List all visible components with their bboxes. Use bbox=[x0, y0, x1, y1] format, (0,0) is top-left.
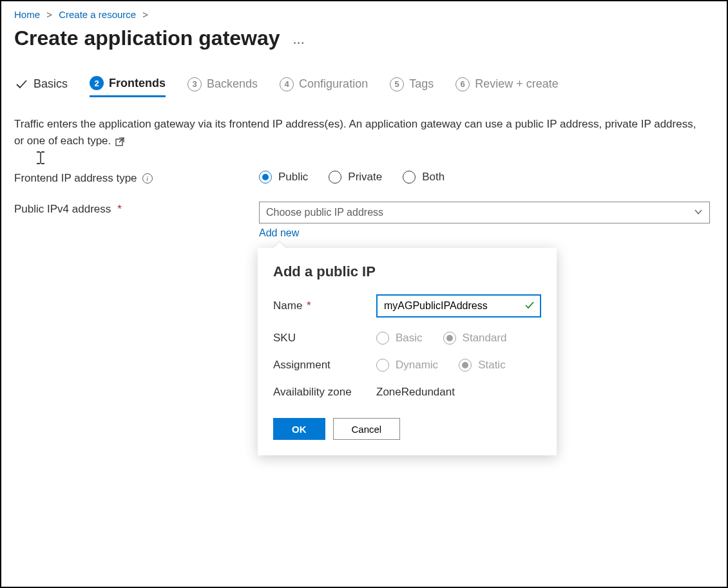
radio-sku-basic: Basic bbox=[376, 332, 423, 345]
breadcrumb-home[interactable]: Home bbox=[14, 9, 40, 20]
valid-check-icon bbox=[524, 300, 535, 312]
chevron-down-icon bbox=[694, 207, 703, 218]
more-actions-button[interactable]: ··· bbox=[292, 35, 304, 50]
external-link-icon[interactable] bbox=[115, 136, 124, 146]
assignment-label: Assignment bbox=[273, 359, 376, 372]
step-number: 3 bbox=[187, 77, 202, 91]
tab-label: Frontends bbox=[109, 77, 166, 90]
select-placeholder: Choose public IP address bbox=[266, 207, 383, 218]
radio-label: Public bbox=[278, 171, 308, 184]
sku-label: SKU bbox=[273, 332, 376, 345]
frontend-ip-type-radio-group: Public Private Both bbox=[259, 171, 714, 184]
required-indicator: * bbox=[307, 299, 311, 312]
text-cursor-icon bbox=[35, 151, 46, 165]
radio-icon bbox=[259, 171, 272, 184]
tab-configuration[interactable]: 4 Configuration bbox=[280, 77, 368, 97]
radio-icon bbox=[443, 332, 456, 345]
tab-label: Backends bbox=[207, 77, 258, 91]
cancel-button[interactable]: Cancel bbox=[333, 418, 401, 440]
chevron-right-icon: > bbox=[46, 9, 52, 20]
tab-backends[interactable]: 3 Backends bbox=[187, 77, 258, 97]
check-icon bbox=[14, 77, 28, 91]
step-number: 4 bbox=[280, 77, 294, 91]
radio-label: Dynamic bbox=[396, 359, 438, 372]
ok-button[interactable]: OK bbox=[273, 418, 325, 440]
radio-icon bbox=[459, 359, 472, 372]
name-label: Name bbox=[273, 299, 302, 312]
tab-description: Traffic enters the application gateway v… bbox=[14, 116, 697, 149]
public-ip-select[interactable]: Choose public IP address bbox=[259, 202, 710, 223]
add-new-link[interactable]: Add new bbox=[259, 227, 299, 239]
chevron-right-icon: > bbox=[142, 9, 148, 20]
info-icon[interactable]: i bbox=[142, 173, 153, 184]
radio-assignment-dynamic: Dynamic bbox=[376, 359, 438, 372]
radio-private[interactable]: Private bbox=[329, 171, 382, 184]
radio-assignment-static: Static bbox=[459, 359, 506, 372]
breadcrumb-create-resource[interactable]: Create a resource bbox=[59, 9, 136, 20]
tab-label: Review + create bbox=[475, 77, 559, 91]
public-ip-label: Public IPv4 address bbox=[14, 203, 111, 216]
step-number: 6 bbox=[455, 77, 470, 91]
tab-review-create[interactable]: 6 Review + create bbox=[455, 77, 559, 97]
radio-label: Static bbox=[478, 359, 506, 372]
sku-radio-group: Basic Standard bbox=[376, 332, 541, 345]
radio-label: Basic bbox=[396, 332, 423, 345]
assignment-radio-group: Dynamic Static bbox=[376, 359, 541, 372]
required-indicator: * bbox=[117, 203, 122, 216]
radio-label: Both bbox=[422, 171, 445, 184]
tab-basics[interactable]: Basics bbox=[14, 77, 68, 97]
page-title: Create application gateway bbox=[14, 26, 280, 50]
add-public-ip-callout: Add a public IP Name * bbox=[258, 248, 557, 455]
tab-label: Tags bbox=[409, 77, 434, 91]
breadcrumb: Home > Create a resource > bbox=[14, 9, 714, 20]
availability-zone-label: Availability zone bbox=[273, 386, 376, 399]
frontend-ip-type-label: Frontend IP address type bbox=[14, 172, 137, 185]
name-input[interactable] bbox=[384, 300, 521, 312]
name-input-wrapper bbox=[376, 294, 541, 318]
radio-both[interactable]: Both bbox=[403, 171, 445, 184]
radio-icon bbox=[403, 171, 416, 184]
tab-label: Basics bbox=[34, 77, 68, 91]
radio-sku-standard: Standard bbox=[443, 332, 507, 345]
wizard-tabs: Basics 2 Frontends 3 Backends 4 Configur… bbox=[14, 76, 714, 98]
radio-public[interactable]: Public bbox=[259, 171, 308, 184]
callout-title: Add a public IP bbox=[273, 263, 541, 280]
step-number: 2 bbox=[90, 76, 104, 90]
step-number: 5 bbox=[390, 77, 404, 91]
radio-label: Standard bbox=[463, 332, 507, 345]
radio-icon bbox=[329, 171, 341, 184]
radio-icon bbox=[376, 359, 389, 372]
radio-label: Private bbox=[348, 171, 382, 184]
availability-zone-value: ZoneRedundant bbox=[376, 386, 455, 398]
tab-frontends[interactable]: 2 Frontends bbox=[90, 76, 166, 97]
tab-label: Configuration bbox=[299, 77, 368, 91]
radio-icon bbox=[376, 332, 389, 345]
tab-tags[interactable]: 5 Tags bbox=[390, 77, 434, 97]
